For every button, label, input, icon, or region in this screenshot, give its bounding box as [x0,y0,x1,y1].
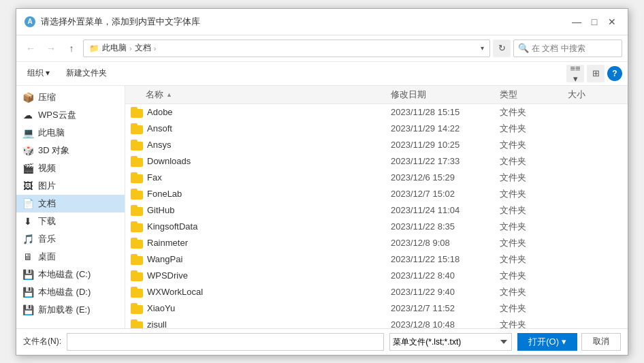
column-size[interactable]: 大小 [568,89,622,101]
sidebar-label-5: 图片 [38,180,56,192]
file-type-4: 文件夹 [500,172,568,184]
file-date-7: 2023/11/22 8:35 [391,221,500,232]
folder-icon-6 [131,205,143,216]
search-input[interactable] [532,44,617,53]
folder-icon-13 [131,319,143,328]
file-date-13: 2023/12/8 10:48 [391,319,500,328]
open-button[interactable]: 打开(O) ▾ [517,333,577,351]
sidebar-icon-4: 🎬 [22,162,34,174]
sidebar-item-5[interactable]: 🖼图片 [16,177,125,195]
file-type-3: 文件夹 [500,155,568,168]
organize-button[interactable]: 组织 ▾ [22,65,55,81]
column-name[interactable]: 名称 ▲ [131,89,391,101]
sidebar-item-3[interactable]: 🎲3D 对象 [16,142,125,159]
minimize-button[interactable]: — [569,14,584,29]
sidebar-item-10[interactable]: 💾本地磁盘 (C:) [16,266,125,283]
view-button[interactable]: ≡≡ ▾ [566,65,584,82]
folder-icon-2 [131,140,143,151]
sidebar-icon-1: ☁ [22,109,34,121]
table-row[interactable]: WangPai 2023/11/22 15:18 文件夹 [125,251,628,268]
file-type-7: 文件夹 [500,221,568,233]
sidebar-item-1[interactable]: ☁WPS云盘 [16,106,125,124]
sidebar-icon-0: 📦 [22,91,34,104]
table-row[interactable]: Fax 2023/12/6 15:29 文件夹 [125,170,628,186]
sidebar-label-12: 新加载卷 (E:) [38,304,91,316]
back-button[interactable]: ← [22,40,39,57]
breadcrumb[interactable]: 📁 此电脑 › 文档 › ▾ [83,40,490,57]
maximize-button[interactable]: □ [587,14,602,29]
table-row[interactable]: Ansys 2023/11/29 10:25 文件夹 [125,137,628,153]
filename-input[interactable] [67,333,384,351]
close-button[interactable]: ✕ [605,14,619,29]
file-type-9: 文件夹 [500,253,568,266]
file-name-10: WPSDrive [131,270,391,281]
sidebar-item-0[interactable]: 📦压缩 [16,89,125,106]
dialog-icon: A [25,16,35,27]
table-row[interactable]: Downloads 2023/11/22 17:33 文件夹 [125,153,628,170]
filetype-select[interactable]: 菜单文件(*.lst;*.txt) [389,333,512,351]
sidebar-item-2[interactable]: 💻此电脑 [16,124,125,142]
sidebar-label-8: 音乐 [38,233,56,245]
column-date[interactable]: 修改日期 [391,89,500,101]
file-name-4: Fax [131,172,391,183]
file-date-0: 2023/11/28 15:15 [391,107,500,117]
table-row[interactable]: WXWorkLocal 2023/11/22 9:40 文件夹 [125,284,628,300]
refresh-button[interactable]: ↻ [493,40,511,57]
sidebar-label-1: WPS云盘 [38,109,76,121]
breadcrumb-sep2: › [154,44,157,52]
table-row[interactable]: Rainmeter 2023/12/8 9:08 文件夹 [125,235,628,251]
file-name-11: WXWorkLocal [131,287,391,298]
breadcrumb-icon: 📁 [89,44,99,53]
table-row[interactable]: KingsoftData 2023/11/22 8:35 文件夹 [125,219,628,235]
toolbar-right: ≡≡ ▾ ⊞ ? [566,65,622,82]
sidebar-item-6[interactable]: 📄文档 [16,195,125,212]
file-date-1: 2023/11/29 14:22 [391,123,500,133]
sidebar-label-6: 文档 [38,198,56,210]
table-row[interactable]: WPSDrive 2023/11/22 8:40 文件夹 [125,268,628,284]
sidebar-item-11[interactable]: 💾本地磁盘 (D:) [16,283,125,301]
file-type-0: 文件夹 [500,106,568,119]
sidebar-label-10: 本地磁盘 (C:) [38,268,91,281]
sidebar-icon-8: 🎵 [22,233,34,245]
column-type[interactable]: 类型 [500,89,568,101]
table-row[interactable]: zisull 2023/12/8 10:48 文件夹 [125,317,628,328]
file-date-4: 2023/12/6 15:29 [391,172,500,183]
sidebar-icon-11: 💾 [22,286,34,298]
sidebar-item-7[interactable]: ⬇下载 [16,212,125,230]
sidebar-icon-2: 💻 [22,127,34,139]
table-row[interactable]: Adobe 2023/11/28 15:15 文件夹 [125,104,628,121]
file-date-10: 2023/11/22 8:40 [391,270,500,281]
folder-icon-5 [131,189,143,200]
sidebar-icon-12: 💾 [22,304,34,316]
file-type-1: 文件夹 [500,123,568,135]
file-name-7: KingsoftData [131,221,391,232]
forward-button[interactable]: → [42,40,60,57]
filename-label: 文件名(N): [23,336,61,347]
table-row[interactable]: Ansoft 2023/11/29 14:22 文件夹 [125,121,628,137]
sidebar-item-4[interactable]: 🎬视频 [16,159,125,177]
file-date-5: 2023/12/7 15:02 [391,189,500,199]
new-folder-button[interactable]: 新建文件夹 [61,65,112,81]
file-date-9: 2023/11/22 15:18 [391,254,500,264]
file-name-13: zisull [131,319,391,328]
sidebar-icon-3: 🎲 [22,144,34,157]
dialog-title: 请选择外置菜单，添加到内置中文字体库 [41,16,200,28]
cancel-button[interactable]: 取消 [581,333,621,351]
up-button[interactable]: ↑ [63,40,80,57]
file-type-5: 文件夹 [500,188,568,200]
pane-button[interactable]: ⊞ [587,65,605,82]
table-row[interactable]: FoneLab 2023/12/7 15:02 文件夹 [125,186,628,202]
folder-icon-11 [131,287,143,298]
file-name-9: WangPai [131,254,391,265]
table-row[interactable]: GitHub 2023/11/24 11:04 文件夹 [125,202,628,219]
sidebar-item-8[interactable]: 🎵音乐 [16,230,125,248]
file-list-header: 名称 ▲ 修改日期 类型 大小 [125,86,628,104]
help-button[interactable]: ? [607,66,622,81]
file-type-12: 文件夹 [500,302,568,315]
sort-arrow-name: ▲ [166,91,172,98]
sidebar-item-12[interactable]: 💾新加载卷 (E:) [16,301,125,319]
sidebar-item-9[interactable]: 🖥桌面 [16,248,125,266]
table-row[interactable]: XiaoYu 2023/12/7 11:52 文件夹 [125,300,628,317]
breadcrumb-dropdown[interactable]: ▾ [481,44,484,52]
file-date-11: 2023/11/22 9:40 [391,287,500,297]
